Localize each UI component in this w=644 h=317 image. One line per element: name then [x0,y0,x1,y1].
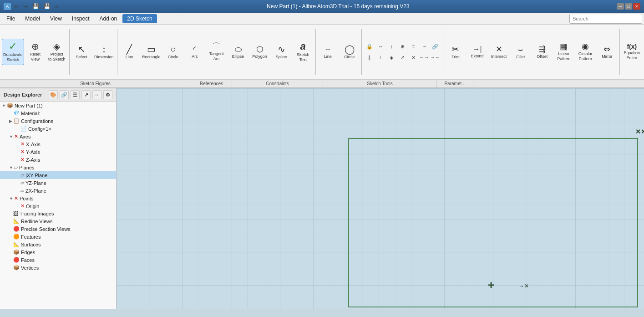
circular-pattern-button[interactable]: ◉ CircularPattern [575,39,596,65]
deactivate-sketch-button[interactable]: ✓ DeactivateSketch [2,39,24,65]
constraints-row-top: 🔒 ↔ ↕ ⊕ = ~ 🔗 [365,41,440,51]
new-part-label: New Part (1) [15,103,43,108]
polygon-icon: ⬡ [256,45,264,53]
ref-line-icon: ╌ [325,45,330,53]
tree-item-planes[interactable]: ▼ ▱ Planes [0,164,116,171]
app-icon-1: A [4,3,11,10]
tree-item-surfaces[interactable]: ▶ 📐 Surfaces [0,240,116,248]
constr-lr-button[interactable]: ←→ [419,52,429,62]
line-button[interactable]: ╱ Line [119,39,140,65]
dimension-button[interactable]: ↕ Dimension [93,39,115,65]
constr-copoint-button[interactable]: ◈ [386,52,396,62]
save-icon[interactable]: 💾 [31,3,41,10]
tree-item-precise-section-views[interactable]: ▶ 🔴 Precise Section Views [0,225,116,233]
circle-button[interactable]: ○ Circle [163,39,184,65]
project-to-sketch-button[interactable]: ◈ Projectto Sketch [46,39,67,65]
constr-cross-button[interactable]: ✕ [408,52,418,62]
sketch-text-button[interactable]: a SketchText [293,39,314,65]
circular-pattern-label: CircularPattern [578,51,593,61]
yz-plane-icon: ▱ [20,180,24,186]
constr-fix-button[interactable]: ⊕ [397,41,407,51]
tangent-arc-button[interactable]: ⌒ TangentArc [206,39,227,65]
menu-view[interactable]: View [46,14,66,23]
precise-section-views-icon: 🔴 [13,226,20,232]
tree-item-zx-plane[interactable]: ▶ ▱ ZX-Plane [0,187,116,194]
minimize-button[interactable]: ─ [617,3,624,10]
tree-item-x-axis[interactable]: ▶ ✕ X-Axis [0,140,116,148]
tree-item-configurations[interactable]: ▶ 📋 Configurations [0,117,116,125]
sidebar-settings-icon[interactable]: ⚙ [103,90,112,99]
tree-item-config1[interactable]: ▶ 📄 Config<1> [0,125,116,133]
search-area [569,14,642,24]
constr-angle-button[interactable]: ↗ [397,52,407,62]
redo-icon[interactable]: ↪ [22,3,29,10]
svg-text:→✕: →✕ [519,283,529,289]
constr-link-button[interactable]: 🔗 [430,41,440,51]
menu-model[interactable]: Model [20,14,45,23]
config1-label: Config<1> [28,126,51,132]
tree-item-faces[interactable]: ▶ 🔴 Faces [0,256,116,264]
sidebar-color-icon[interactable]: 🎨 [49,90,58,99]
sidebar-list-icon[interactable]: ☰ [71,90,80,99]
maximize-button[interactable]: □ [625,3,632,10]
search-input[interactable] [569,14,642,24]
constr-perp-button[interactable]: ⊥ [375,52,385,62]
tree-item-yz-plane[interactable]: ▶ ▱ YZ-Plane [0,179,116,187]
fillet-icon: ⌣ [517,45,523,54]
rectangle-button[interactable]: ▭ Rectangle [141,39,162,65]
features-icon: 🟠 [13,234,20,240]
sidebar-export-icon[interactable]: ↗ [81,90,91,99]
ref-line-button[interactable]: ╌ Line [317,39,338,65]
sidebar-resize-icon[interactable]: ↔ [92,90,101,99]
offset-button[interactable]: ⇶ Offset [532,39,553,65]
ellipse-button[interactable]: ⬭ Ellipse [228,39,248,65]
tree-item-redline-views[interactable]: ▶ 📐 Redline Views [0,217,116,225]
tree-item-y-axis[interactable]: ▶ ✕ Y-Axis [0,148,116,156]
tree-item-points[interactable]: ▼ ✕ Points [0,194,116,202]
tree-item-tracing-images[interactable]: ▶ 🖼 Tracing Images [0,210,116,217]
sep5 [443,29,443,75]
trim-button[interactable]: ✂ Trim [445,39,466,65]
select-button[interactable]: ↖ Select [71,39,92,65]
offset-icon: ⇶ [539,45,546,53]
tree-item-features[interactable]: ▶ 🟠 Features [0,233,116,240]
tree-item-origin[interactable]: ▶ ✕ Origin [0,202,116,210]
save2-icon[interactable]: 💾 [42,3,52,10]
main-layout: Design Explorer 🎨 🔗 ☰ ↗ ↔ ⚙ ▼ 📦 New Part… [0,88,644,309]
extend-button[interactable]: →| Extend [467,39,488,65]
constr-parallel-button[interactable]: ∥ [365,52,375,62]
tree-item-new-part[interactable]: ▼ 📦 New Part (1) [0,102,116,109]
close-button[interactable]: ✕ [633,3,640,10]
polygon-button[interactable]: ⬡ Polygon [249,39,270,65]
intersect-button[interactable]: ✕ Intersect [488,39,509,65]
tree-item-z-axis[interactable]: ▶ ✕ Z-Axis [0,156,116,164]
undo-icon[interactable]: ↩ [13,3,20,10]
constr-rl-button[interactable]: →← [430,52,440,62]
constr-vert-button[interactable]: ↕ [386,41,396,51]
spline-button[interactable]: ∿ Spline [271,39,292,65]
fillet-button[interactable]: ⌣ Fillet [510,39,531,65]
ref-circle-button[interactable]: ◯ Circle [339,39,360,65]
reset-view-button[interactable]: ⊕ ResetView [25,39,46,65]
equation-editor-button[interactable]: f(x) EquationEditor [622,39,643,65]
menu-2d-sketch[interactable]: 2D Sketch [122,14,157,23]
tree-item-edges[interactable]: ▶ 📦 Edges [0,248,116,256]
sidebar-link-icon[interactable]: 🔗 [60,90,69,99]
mirror-button[interactable]: ⇔ Mirror [597,39,618,65]
tree-item-vertices[interactable]: ▶ 📦 Vertices [0,264,116,271]
arc-button[interactable]: ◜ Arc [184,39,205,65]
menu-file[interactable]: File [2,14,20,23]
tree-item-material[interactable]: ▶ 💎 Material: [0,109,116,117]
menu-addon[interactable]: Add-on [95,14,122,23]
mirror-icon: ⇔ [603,45,610,53]
tree-item-axes[interactable]: ▼ ✕ Axes [0,133,116,140]
menu-inspect[interactable]: Inspect [67,14,94,23]
linear-pattern-button[interactable]: ▦ LinearPattern [553,39,574,65]
constr-equal-button[interactable]: = [408,41,418,51]
constr-horiz-button[interactable]: ↔ [375,41,385,51]
canvas-area[interactable]: ✛ →✕ ✕✕ [117,88,644,309]
more-icon[interactable]: » [54,3,60,10]
tree-item-xy-plane[interactable]: ▶ ▱ |XY-Plane [0,171,116,179]
constr-lock-button[interactable]: 🔒 [365,41,375,51]
constr-tilde-button[interactable]: ~ [419,41,429,51]
